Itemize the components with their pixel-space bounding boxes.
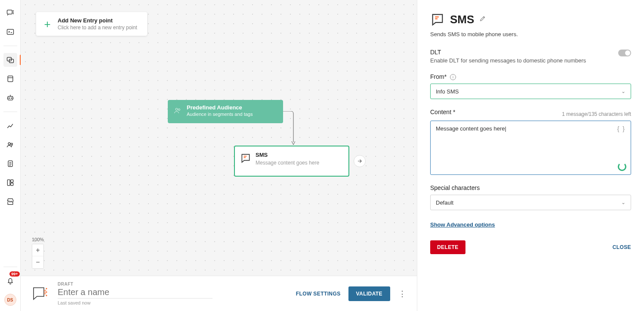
sms-node-output-handle[interactable]: [354, 155, 366, 167]
svg-rect-16: [10, 183, 13, 186]
svg-point-18: [178, 109, 180, 110]
advanced-options-link[interactable]: Show Advanced options: [430, 221, 495, 228]
svg-point-2: [13, 12, 13, 12]
audience-sub: Audience in segments and tags: [187, 112, 277, 117]
flow-canvas[interactable]: + Add New Entry point Click here to add …: [21, 0, 417, 276]
zoom-label: 100%: [32, 237, 44, 242]
special-chars-value: Default: [436, 199, 453, 206]
svg-point-21: [46, 288, 47, 289]
notifications-icon[interactable]: 99+: [3, 274, 17, 288]
add-entry-point-card[interactable]: + Add New Entry point Click here to add …: [36, 12, 147, 36]
loading-spinner-icon: [618, 162, 626, 171]
dlt-toggle[interactable]: [618, 50, 631, 56]
rail-separator-2: [3, 112, 17, 112]
rail-separator: [3, 46, 17, 46]
svg-rect-8: [8, 96, 13, 100]
plus-icon: +: [42, 19, 52, 29]
svg-point-17: [176, 108, 178, 110]
svg-point-1: [13, 11, 13, 11]
rail-separator-3: [3, 267, 17, 267]
more-menu-icon[interactable]: ⋮: [398, 289, 407, 299]
zoom-out-button[interactable]: −: [32, 256, 43, 268]
flow-settings-button[interactable]: FLOW SETTINGS: [296, 291, 341, 297]
flow-name-input[interactable]: [58, 286, 213, 299]
svg-rect-14: [7, 180, 10, 185]
svg-rect-7: [8, 76, 13, 81]
svg-point-10: [11, 98, 12, 99]
panel-title: SMS: [450, 13, 474, 26]
sms-node-title: SMS: [256, 152, 342, 158]
rail-template-icon[interactable]: [3, 176, 17, 190]
from-select[interactable]: Info SMS ⌄: [430, 84, 631, 99]
close-button[interactable]: CLOSE: [613, 244, 631, 250]
left-rail: 99+ DS: [0, 0, 21, 311]
sms-node[interactable]: SMS Message content goes here: [234, 146, 349, 177]
delete-button[interactable]: DELETE: [430, 240, 465, 254]
sms-panel: SMS Sends SMS to mobile phone users. DLT…: [417, 0, 644, 311]
entry-subtitle: Click here to add a new entry point: [58, 25, 137, 31]
panel-description: Sends SMS to mobile phone users.: [430, 31, 631, 37]
special-chars-label: Special characters: [430, 184, 631, 191]
content-value: Message content goes here: [436, 125, 506, 132]
audience-node[interactable]: Predefined Audience Audience in segments…: [168, 100, 283, 123]
rail-flow-icon[interactable]: [3, 53, 17, 67]
svg-rect-0: [7, 10, 12, 14]
entry-title: Add New Entry point: [58, 17, 137, 24]
sms-node-sub: Message content goes here: [256, 160, 342, 166]
last-saved-label: Last saved now: [58, 300, 296, 305]
svg-point-23: [46, 295, 47, 296]
info-icon[interactable]: i: [450, 74, 456, 80]
svg-point-9: [9, 98, 9, 99]
sms-icon: [240, 152, 251, 164]
content-textarea[interactable]: Message content goes here { }: [430, 121, 631, 175]
validate-button[interactable]: VALIDATE: [348, 286, 390, 301]
svg-point-11: [8, 143, 10, 145]
from-label: From*: [430, 73, 447, 80]
sms-panel-icon: [430, 12, 445, 27]
content-counter: 1 message/135 characters left: [562, 111, 631, 117]
rail-broadcast-icon[interactable]: [3, 72, 17, 86]
rail-document-icon[interactable]: [3, 157, 17, 171]
flow-icon: [31, 284, 50, 303]
chevron-down-icon: ⌄: [621, 199, 626, 205]
dlt-sub: Enable DLT for sending messages to domes…: [430, 57, 586, 64]
rail-people-icon[interactable]: [3, 138, 17, 152]
zoom-controls: 100% + −: [32, 237, 44, 269]
svg-rect-4: [7, 29, 13, 34]
rail-conversations-icon[interactable]: [3, 6, 17, 20]
rail-bot-icon[interactable]: [3, 91, 17, 105]
content-label: Content *: [430, 109, 455, 115]
audience-icon: [173, 106, 182, 115]
dlt-label: DLT: [430, 49, 586, 56]
edit-title-icon[interactable]: [479, 15, 486, 24]
draft-status: DRAFT: [58, 282, 296, 286]
chevron-down-icon: ⌄: [621, 88, 626, 94]
main-area: + Add New Entry point Click here to add …: [21, 0, 417, 311]
notification-badge: 99+: [9, 271, 19, 277]
svg-rect-15: [10, 180, 13, 182]
rail-store-icon[interactable]: [3, 195, 17, 208]
rail-terminal-icon[interactable]: [3, 25, 17, 39]
connector-line: [282, 111, 295, 146]
placeholder-braces-icon[interactable]: { }: [617, 125, 626, 132]
audience-title: Predefined Audience: [187, 104, 277, 111]
svg-point-12: [11, 143, 12, 145]
zoom-in-button[interactable]: +: [32, 244, 43, 256]
from-value: Info SMS: [436, 88, 459, 95]
bottom-bar: DRAFT Last saved now FLOW SETTINGS VALID…: [21, 276, 417, 311]
rail-analytics-icon[interactable]: [3, 119, 17, 133]
svg-point-3: [13, 13, 13, 14]
user-avatar[interactable]: DS: [4, 294, 16, 306]
special-chars-select[interactable]: Default ⌄: [430, 195, 631, 210]
